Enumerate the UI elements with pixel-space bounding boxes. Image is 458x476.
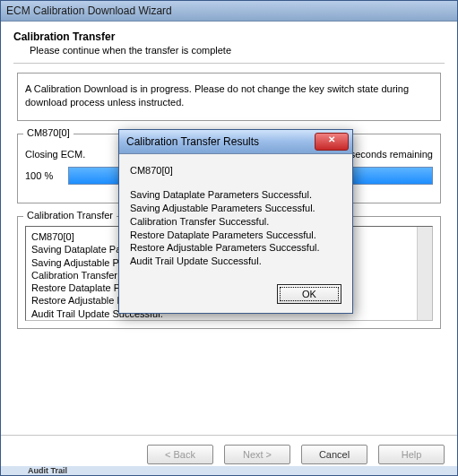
page-heading: Calibration Transfer	[13, 30, 445, 43]
page-subheading: Please continue when the transfer is com…	[30, 45, 445, 56]
dialog-line: Calibration Transfer Successful.	[130, 215, 341, 229]
background-fragment-text: Audit Trail	[28, 466, 67, 475]
progress-percent-label: 100 %	[25, 170, 63, 181]
dialog-title: Calibration Transfer Results	[126, 135, 259, 148]
status-left-text: Closing ECM.	[25, 149, 85, 160]
dialog-message-lines: Saving Dataplate Parameters Successful. …	[130, 188, 341, 268]
close-button[interactable]: ✕	[315, 133, 349, 151]
dialog-body: CM870[0] Saving Dataplate Parameters Suc…	[119, 154, 352, 313]
wizard-button-row: < Back Next > Cancel Help	[1, 435, 457, 470]
next-button: Next >	[224, 445, 290, 464]
dialog-line: Restore Adjustable Parameters Successful…	[130, 241, 341, 255]
back-button: < Back	[147, 445, 213, 464]
status-right-text: 0 seconds remaining	[341, 149, 433, 160]
warning-groupbox: A Calibration Download is in progress. P…	[17, 73, 441, 121]
wizard-titlebar: ECM Calibration Download Wizard	[1, 1, 457, 22]
dialog-titlebar: Calibration Transfer Results ✕	[119, 130, 352, 154]
dialog-line: Saving Adjustable Parameters Successful.	[130, 202, 341, 215]
dialog-line: Restore Dataplate Parameters Successful.	[130, 229, 341, 242]
background-fragment: Audit Trail	[1, 466, 457, 475]
dialog-line: Saving Dataplate Parameters Successful.	[130, 188, 341, 202]
warning-text: A Calibration Download is in progress. P…	[25, 82, 433, 110]
ok-button[interactable]: OK	[277, 284, 341, 304]
divider	[13, 63, 445, 64]
vertical-scrollbar[interactable]	[417, 227, 432, 320]
close-icon: ✕	[328, 134, 335, 144]
dialog-device-label: CM870[0]	[130, 165, 341, 176]
cancel-button[interactable]: Cancel	[301, 445, 367, 464]
help-button: Help	[378, 445, 445, 464]
dialog-line: Audit Trail Update Successful.	[130, 255, 341, 268]
results-dialog: Calibration Transfer Results ✕ CM870[0] …	[118, 129, 353, 314]
wizard-title: ECM Calibration Download Wizard	[6, 4, 172, 17]
